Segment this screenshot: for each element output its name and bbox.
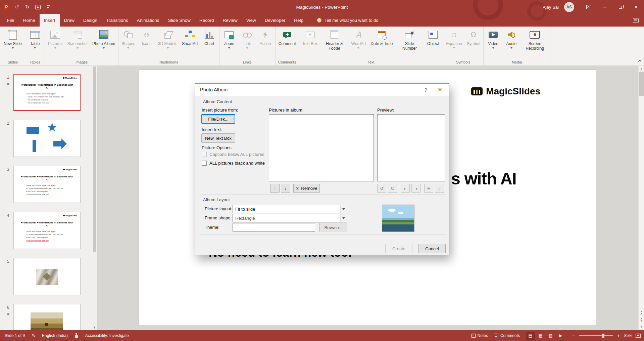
- brightness-down-button[interactable]: ☼: [435, 184, 444, 193]
- undo-icon[interactable]: ↺: [14, 4, 20, 10]
- scroll-down-icon[interactable]: ▼: [639, 324, 644, 330]
- slide-thumbnail-3[interactable]: MagicSlidesProfessional Presentations in…: [13, 166, 81, 203]
- panel-scrollbar-thumb[interactable]: [93, 67, 96, 252]
- tab-record[interactable]: Record: [195, 14, 218, 27]
- start-slideshow-icon[interactable]: [35, 4, 41, 10]
- tab-file[interactable]: File: [3, 14, 19, 27]
- slide-thumbnail-6[interactable]: [13, 304, 81, 330]
- object-button[interactable]: Object: [424, 27, 442, 59]
- smartart-button[interactable]: SmartArt: [180, 27, 200, 59]
- photo-album-button[interactable]: Photo Album: [90, 27, 117, 59]
- pictures-button[interactable]: Pictures: [46, 27, 65, 59]
- tab-view[interactable]: View: [242, 14, 260, 27]
- slide-thumbnail-2[interactable]: ★: [13, 120, 81, 157]
- ink-icon[interactable]: ✎: [32, 333, 35, 338]
- cancel-button[interactable]: Cancel: [418, 244, 446, 253]
- equation-button[interactable]: Equation: [444, 27, 464, 59]
- scroll-up-icon[interactable]: ▲: [639, 66, 644, 72]
- captions-below-checkbox[interactable]: Captions below ALL pictures: [202, 152, 264, 157]
- create-button[interactable]: Create: [385, 244, 412, 253]
- browse-button[interactable]: Browse...: [319, 223, 347, 232]
- tab-transitions[interactable]: Transitions: [102, 14, 133, 27]
- frame-shape-select[interactable]: Rectangle: [233, 214, 347, 222]
- tab-draw[interactable]: Draw: [60, 14, 79, 27]
- slide-show-icon[interactable]: ▶: [556, 332, 565, 340]
- screenshot-button[interactable]: Screenshot: [65, 27, 90, 59]
- rotate-left-button[interactable]: ↺: [377, 184, 386, 193]
- slide-sorter-icon[interactable]: ▦: [536, 332, 545, 340]
- customize-quick-access-icon[interactable]: [45, 4, 51, 10]
- restore-button[interactable]: [612, 0, 628, 14]
- wordart-button[interactable]: WordArt: [349, 27, 368, 59]
- new-text-box-button[interactable]: New Text Box: [201, 133, 235, 143]
- theme-input[interactable]: [233, 223, 315, 231]
- action-button[interactable]: Action: [256, 27, 275, 59]
- reading-view-icon[interactable]: ▥: [546, 332, 555, 340]
- rotate-right-button[interactable]: ↻: [388, 184, 397, 193]
- slide-thumbnail-4[interactable]: MagicSlidesProfessional Presentations in…: [13, 212, 81, 249]
- slide-indicator[interactable]: Slide 1 of 9: [5, 333, 25, 338]
- tab-design[interactable]: Design: [79, 14, 102, 27]
- notes-toggle[interactable]: Notes: [472, 333, 488, 338]
- file-disk-button[interactable]: File/Disk...: [201, 114, 235, 124]
- slide-number-button[interactable]: Slide Number: [395, 27, 424, 59]
- zoom-in-button[interactable]: +: [616, 333, 621, 338]
- zoom-button[interactable]: Zoom: [220, 27, 238, 59]
- black-and-white-checkbox[interactable]: ALL pictures black and white: [202, 161, 265, 166]
- contrast-down-button[interactable]: ◑: [411, 184, 420, 193]
- canvas-scrollbar[interactable]: ▲ ▲▲ ▼▼ ▼: [638, 66, 644, 330]
- header-footer-button[interactable]: Header & Footer: [320, 27, 349, 59]
- fit-slide-icon[interactable]: [636, 334, 641, 338]
- tab-animations[interactable]: Animations: [133, 14, 164, 27]
- panel-scrollbar[interactable]: ▼: [92, 66, 97, 330]
- help-button[interactable]: ?: [419, 87, 433, 93]
- tell-me-box[interactable]: Tell me what you want to do: [317, 14, 378, 27]
- accessibility-status[interactable]: Accessibility: Investigate: [85, 333, 129, 338]
- remove-button[interactable]: ✕ Remove: [293, 184, 320, 193]
- scroll-down-icon[interactable]: ▼: [92, 326, 97, 329]
- 3d-models-button[interactable]: 3D Models: [156, 27, 180, 59]
- previous-slide-button[interactable]: ▲▲: [639, 309, 644, 317]
- comments-toggle[interactable]: Comments: [494, 333, 520, 338]
- brightness-up-button[interactable]: ☀: [424, 184, 433, 193]
- date-time-button[interactable]: Date & Time: [368, 27, 395, 59]
- pictures-listbox[interactable]: [269, 114, 374, 181]
- new-slide-button[interactable]: New Slide: [1, 27, 24, 59]
- dialog-titlebar[interactable]: Photo Album ? ✕: [195, 84, 449, 96]
- audio-button[interactable]: Audio: [502, 27, 521, 59]
- tab-review[interactable]: Review: [218, 14, 242, 27]
- dropdown-arrow-icon[interactable]: [340, 205, 347, 213]
- screen-recording-button[interactable]: Screen Recording: [521, 27, 549, 59]
- dropdown-arrow-icon[interactable]: [340, 214, 347, 222]
- zoom-level[interactable]: 85%: [624, 333, 632, 338]
- zoom-out-button[interactable]: −: [571, 333, 576, 338]
- picture-layout-select[interactable]: Fit to slide: [233, 205, 347, 213]
- video-button[interactable]: Video: [484, 27, 502, 59]
- contrast-up-button[interactable]: ◐: [401, 184, 410, 193]
- tab-developer[interactable]: Developer: [260, 14, 290, 27]
- link-button[interactable]: Link: [238, 27, 256, 59]
- powerpoint-icon[interactable]: [3, 4, 10, 10]
- redo-icon[interactable]: ↻: [24, 4, 31, 10]
- normal-view-icon[interactable]: ▤: [526, 332, 535, 340]
- shapes-button[interactable]: Shapes: [119, 27, 138, 59]
- feedback-icon[interactable]: [633, 18, 639, 23]
- zoom-slider-thumb[interactable]: [602, 334, 604, 338]
- avatar[interactable]: AS: [564, 2, 574, 12]
- zoom-slider[interactable]: [579, 335, 613, 336]
- dialog-close-button[interactable]: ✕: [433, 87, 447, 93]
- close-button[interactable]: ✕: [628, 0, 644, 14]
- icons-button[interactable]: Icons: [138, 27, 156, 59]
- move-up-button[interactable]: ↑: [270, 184, 280, 193]
- text-box-button[interactable]: Text Box: [300, 27, 320, 59]
- language-indicator[interactable]: English (India): [42, 333, 68, 338]
- next-slide-button[interactable]: ▼▼: [639, 317, 644, 324]
- canvas-scrollbar-thumb[interactable]: [639, 72, 644, 96]
- chart-button[interactable]: Chart: [200, 27, 218, 59]
- user-name[interactable]: Ajay Sai: [543, 5, 559, 10]
- minimize-button[interactable]: [597, 0, 612, 14]
- slide-thumbnail-5[interactable]: [13, 258, 81, 295]
- slide-thumbnail-1[interactable]: MagicSlidesProfessional Presentations in…: [13, 74, 81, 111]
- tab-help[interactable]: Help: [290, 14, 308, 27]
- tab-slide-show[interactable]: Slide Show: [163, 14, 195, 27]
